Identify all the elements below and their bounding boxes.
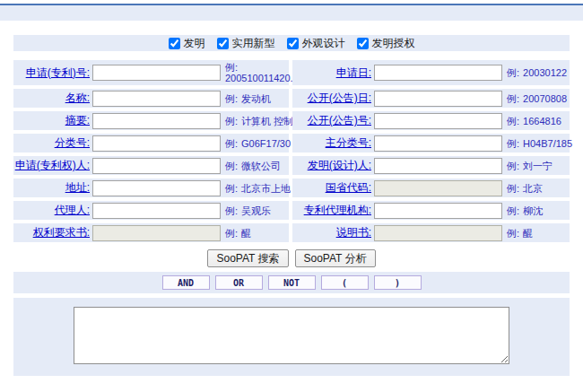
invention-label: 发明 — [184, 36, 205, 51]
province-code-cell: 国省代码: 例:北京 — [292, 179, 570, 197]
design-label: 外观设计 — [302, 36, 345, 51]
address-label[interactable]: 地址: — [65, 181, 90, 194]
and-operator-button[interactable]: AND — [162, 275, 210, 290]
abstract-label[interactable]: 摘要: — [65, 114, 90, 126]
form-row: 地址: 例:北京市上地 国省代码: 例:北京 — [13, 179, 570, 197]
address-cell: 地址: 例:北京市上地 — [13, 179, 289, 197]
description-example: 例:醌 — [507, 228, 533, 239]
abstract-input[interactable] — [92, 113, 221, 129]
claims-input — [92, 225, 221, 241]
publication-number-example: 例:1664816 — [507, 116, 561, 126]
main-classification-cell: 主分类号: 例:H04B7/185 — [292, 134, 570, 152]
agency-input[interactable] — [374, 203, 502, 219]
inventor-cell: 发明(设计)人: 例:刘一宁 — [292, 156, 570, 175]
claims-example: 例:醌 — [225, 228, 251, 239]
application-date-cell: 申请日: 例:20030122 — [292, 60, 570, 85]
search-form: 发明 实用新型 外观设计 发明授权 申请(专利)号: 例:20051001142… — [13, 35, 570, 376]
query-expression-textarea[interactable] — [74, 307, 509, 364]
filter-design[interactable]: 外观设计 — [287, 36, 345, 51]
title-input[interactable] — [92, 91, 221, 107]
action-buttons: SooPAT 搜索 SooPAT 分析 — [13, 249, 570, 267]
soopat-search-button[interactable]: SooPAT 搜索 — [207, 249, 288, 267]
inventor-example: 例:刘一宁 — [507, 161, 553, 171]
classification-cell: 分类号: 例:G06F17/30 — [13, 134, 289, 152]
not-operator-button[interactable]: NOT — [268, 275, 316, 290]
claims-cell: 权利要求书: 例:醌 — [13, 223, 289, 242]
abstract-example: 例:计算机 控制 — [225, 116, 293, 126]
application-number-cell: 申请(专利)号: 例:200510011420.0 — [13, 60, 289, 85]
filter-invention[interactable]: 发明 — [169, 36, 205, 51]
application-number-input[interactable] — [92, 65, 221, 81]
form-row: 权利要求书: 例:醌 说明书: 例:醌 — [13, 223, 570, 242]
invention-checkbox[interactable] — [169, 38, 180, 49]
filter-utility-model[interactable]: 实用新型 — [217, 36, 275, 51]
or-operator-button[interactable]: OR — [215, 275, 263, 290]
application-date-example: 例:20030122 — [507, 67, 567, 78]
form-row: 名称: 例:发动机 公开(公告)日: 例:20070808 — [13, 89, 570, 108]
application-date-input[interactable] — [374, 65, 502, 81]
granted-invention-label: 发明授权 — [372, 36, 415, 51]
publication-number-cell: 公开(公告)号: 例:1664816 — [292, 111, 570, 130]
description-input — [374, 225, 502, 241]
classification-label[interactable]: 分类号: — [55, 136, 90, 149]
agent-label[interactable]: 代理人: — [55, 204, 90, 216]
applicant-input[interactable] — [92, 158, 221, 174]
utility-model-checkbox[interactable] — [217, 38, 229, 49]
application-date-label[interactable]: 申请日: — [336, 66, 371, 79]
title-label[interactable]: 名称: — [65, 91, 90, 104]
abstract-cell: 摘要: 例:计算机 控制 — [13, 111, 289, 130]
publication-date-example: 例:20070808 — [507, 93, 567, 104]
patent-type-filter: 发明 实用新型 外观设计 发明授权 — [13, 35, 570, 51]
publication-date-label[interactable]: 公开(公告)日: — [308, 91, 371, 104]
utility-model-label: 实用新型 — [232, 36, 275, 51]
main-classification-input[interactable] — [374, 135, 502, 152]
soopat-analyze-button[interactable]: SooPAT 分析 — [295, 249, 376, 267]
main-classification-label[interactable]: 主分类号: — [326, 136, 371, 149]
publication-date-cell: 公开(公告)日: 例:20070808 — [292, 89, 570, 108]
applicant-example: 例:微软公司 — [225, 161, 281, 171]
province-code-input — [374, 180, 502, 196]
description-cell: 说明书: 例:醌 — [292, 223, 570, 242]
description-label[interactable]: 说明书: — [336, 226, 371, 239]
applicant-label[interactable]: 申请(专利权)人: — [15, 159, 90, 171]
classification-input[interactable] — [92, 135, 221, 152]
title-cell: 名称: 例:发动机 — [13, 89, 289, 108]
form-row: 申请(专利权)人: 例:微软公司 发明(设计)人: 例:刘一宁 — [13, 156, 570, 175]
agent-input[interactable] — [92, 203, 221, 219]
close-paren-button[interactable]: ) — [374, 275, 422, 290]
form-row: 摘要: 例:计算机 控制 公开(公告)号: 例:1664816 — [13, 111, 570, 130]
agency-label[interactable]: 专利代理机构: — [304, 204, 371, 216]
address-input[interactable] — [92, 180, 221, 196]
title-example: 例:发动机 — [225, 93, 271, 104]
open-paren-button[interactable]: ( — [321, 275, 369, 290]
form-row: 申请(专利)号: 例:200510011420.0 申请日: 例:2003012… — [13, 60, 570, 85]
address-example: 例:北京市上地 — [225, 183, 291, 194]
province-code-example: 例:北京 — [507, 183, 543, 194]
publication-date-input[interactable] — [374, 91, 502, 107]
form-row: 代理人: 例:吴观乐 专利代理机构: 例:柳沈 — [13, 201, 570, 220]
filter-granted-invention[interactable]: 发明授权 — [357, 36, 415, 51]
claims-label[interactable]: 权利要求书: — [33, 226, 90, 239]
publication-number-input[interactable] — [374, 113, 502, 129]
agent-cell: 代理人: 例:吴观乐 — [13, 201, 289, 220]
inventor-input[interactable] — [374, 158, 502, 174]
province-code-label[interactable]: 国省代码: — [326, 181, 371, 194]
design-checkbox[interactable] — [287, 38, 299, 49]
query-expression-panel — [13, 298, 570, 376]
applicant-cell: 申请(专利权)人: 例:微软公司 — [13, 156, 289, 175]
inventor-label[interactable]: 发明(设计)人: — [308, 159, 371, 171]
form-row: 分类号: 例:G06F17/30 主分类号: 例:H04B7/185 — [13, 134, 570, 152]
publication-number-label[interactable]: 公开(公告)号: — [308, 114, 371, 126]
agent-example: 例:吴观乐 — [225, 205, 271, 216]
agency-cell: 专利代理机构: 例:柳沈 — [292, 201, 570, 220]
header-band — [0, 5, 583, 21]
operator-buttons: AND OR NOT ( ) — [13, 272, 570, 293]
application-number-label[interactable]: 申请(专利)号: — [26, 66, 90, 79]
classification-example: 例:G06F17/30 — [225, 138, 291, 149]
agency-example: 例:柳沈 — [507, 205, 543, 216]
main-classification-example: 例:H04B7/185 — [507, 138, 572, 149]
granted-invention-checkbox[interactable] — [357, 38, 369, 49]
application-number-example: 例:200510011420.0 — [225, 62, 299, 83]
